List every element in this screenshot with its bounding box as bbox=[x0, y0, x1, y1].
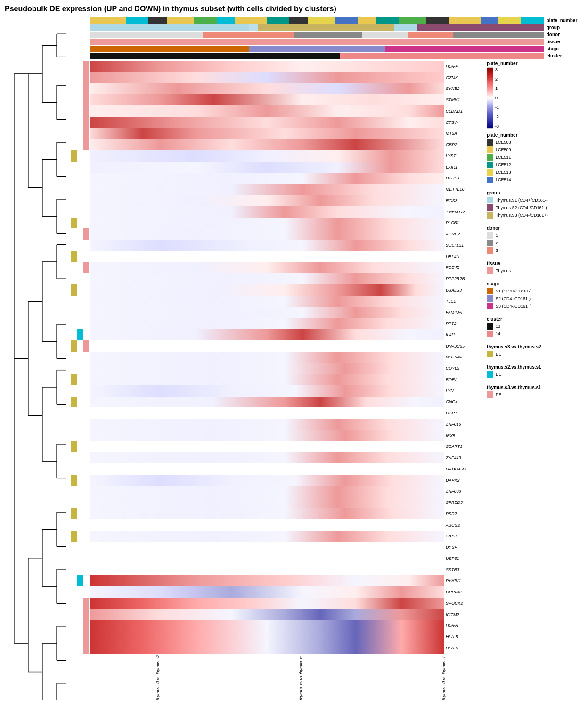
gene-label: PPT2 bbox=[444, 318, 480, 329]
legend-item: LCE511 bbox=[487, 154, 583, 161]
table-row bbox=[90, 139, 444, 150]
table-row bbox=[90, 273, 444, 284]
gene-label: GNG4 bbox=[444, 397, 480, 408]
legend-label: LCE511 bbox=[496, 155, 511, 160]
scale-label: -2 bbox=[495, 114, 499, 119]
table-row bbox=[90, 228, 444, 240]
legend-swatch bbox=[487, 204, 493, 211]
plate-number-legend: plate_number LCE508 LCE509 LCE511 bbox=[487, 132, 583, 184]
legend-swatch bbox=[487, 288, 493, 294]
legend-label: S2 (CD4-/CD161-) bbox=[496, 296, 531, 301]
legend-swatch bbox=[487, 212, 493, 219]
heatmap-rows bbox=[90, 61, 444, 654]
legend-item: LCE508 bbox=[487, 139, 583, 146]
table-row bbox=[90, 642, 444, 654]
gene-label: GZMK bbox=[444, 72, 480, 83]
legend-item: LCE513 bbox=[487, 169, 583, 176]
gene-label: MT2A bbox=[444, 128, 480, 139]
gene-label: ZNF616 bbox=[444, 419, 480, 430]
de-s3s2-legend-title: thymus.s3.vs.thymus.s2 bbox=[487, 344, 583, 349]
gene-label: CDYL2 bbox=[444, 363, 480, 374]
legend-swatch bbox=[487, 139, 493, 146]
gene-label: DTHD1 bbox=[444, 173, 480, 184]
table-row bbox=[90, 631, 444, 642]
gene-label: METTL16 bbox=[444, 184, 480, 195]
gradient-bar bbox=[487, 67, 493, 129]
scale-label: 1 bbox=[495, 86, 499, 91]
table-row bbox=[90, 531, 444, 542]
gene-label: FAM43A bbox=[444, 307, 480, 318]
de-col-s3s2 bbox=[71, 61, 77, 654]
table-row bbox=[90, 463, 444, 475]
table-row bbox=[90, 419, 444, 430]
cluster-label: cluster bbox=[544, 53, 583, 58]
donor-legend: donor 1 2 3 bbox=[487, 226, 583, 255]
legend-label: LCE508 bbox=[496, 140, 511, 145]
table-row bbox=[90, 598, 444, 609]
bottom-x-label: thymus.s3.vs.thymus.s2 bbox=[155, 656, 160, 700]
gene-label: IFITM2 bbox=[444, 609, 480, 620]
gene-label: UBL4A bbox=[444, 251, 480, 262]
scale-label: 3 bbox=[495, 67, 499, 72]
cluster-legend-title: cluster bbox=[487, 316, 583, 322]
legend-swatch bbox=[487, 351, 493, 357]
donor-label: donor bbox=[544, 32, 583, 37]
table-row bbox=[90, 564, 444, 575]
dendrogram-svg: .dendro-line { stroke: black; stroke-wid… bbox=[5, 17, 71, 700]
table-row bbox=[90, 72, 444, 83]
gene-label: DAPK2 bbox=[444, 475, 480, 486]
gene-label: LAIR1 bbox=[444, 162, 480, 173]
scale-label: 0 bbox=[495, 96, 499, 100]
gene-label: LGALS3 bbox=[444, 284, 480, 296]
table-row bbox=[90, 553, 444, 564]
gene-label: ABCG2 bbox=[444, 519, 480, 531]
main-container: Pseudobulk DE expression (UP and DOWN) i… bbox=[0, 0, 588, 705]
table-row bbox=[90, 352, 444, 363]
plate-number-bar-row: plate_number bbox=[90, 17, 583, 24]
gene-label: PDE4B bbox=[444, 262, 480, 274]
gene-label: USP31 bbox=[444, 553, 480, 564]
heatmap-grid bbox=[90, 61, 444, 654]
table-row bbox=[90, 508, 444, 519]
group-bar-row: group bbox=[90, 24, 583, 31]
legend-label: LCE512 bbox=[496, 162, 511, 167]
legend-item: Thymus.S3 (CD4-/CD161+) bbox=[487, 212, 583, 219]
gene-label: RGS3 bbox=[444, 195, 480, 206]
de-s3s1-legend-title: thymus.s3.vs.thymus.s1 bbox=[487, 385, 583, 390]
legend-label: Thymus.S3 (CD4-/CD161+) bbox=[496, 213, 548, 218]
donor-legend-title: donor bbox=[487, 226, 583, 231]
group-legend-title: group bbox=[487, 190, 583, 195]
bottom-label-container: thymus.s2.vs.thymus.s1 bbox=[299, 656, 440, 700]
table-row bbox=[90, 497, 444, 508]
scale-label: 2 bbox=[495, 77, 499, 81]
bottom-dendro-spacer bbox=[71, 656, 137, 700]
table-row bbox=[90, 586, 444, 598]
gene-label: GAPT bbox=[444, 407, 480, 419]
table-row bbox=[90, 609, 444, 620]
de-spacer bbox=[71, 17, 90, 59]
content-area: .dendro-line { stroke: black; stroke-wid… bbox=[5, 17, 583, 700]
legend-item: 3 bbox=[487, 247, 583, 254]
de-s2s1-legend: thymus.s2.vs.thymus.s1 DE bbox=[487, 365, 583, 379]
legend-item: 14 bbox=[487, 331, 583, 337]
legend-item: S2 (CD4-/CD161-) bbox=[487, 295, 583, 302]
gene-label: STMN1 bbox=[444, 94, 480, 105]
plate-number-legend-title: plate_number bbox=[487, 132, 583, 138]
table-row bbox=[90, 284, 444, 296]
legend-swatch bbox=[487, 240, 493, 246]
legend-swatch bbox=[487, 303, 493, 309]
gene-label: HLA-B bbox=[444, 631, 480, 642]
table-row bbox=[90, 407, 444, 419]
legend-item: 13 bbox=[487, 323, 583, 330]
gene-label: PSD2 bbox=[444, 508, 480, 519]
plate-number-label: plate_number bbox=[544, 18, 583, 23]
legend-label: 3 bbox=[496, 248, 498, 253]
legend-swatch bbox=[487, 391, 493, 398]
group-legend: group Thymus.S1 (CD4+/CD161-) Thymus.S2 … bbox=[487, 190, 583, 219]
legend-swatch bbox=[487, 323, 493, 330]
table-row bbox=[90, 329, 444, 340]
legend-item: LCE512 bbox=[487, 162, 583, 168]
legend-item: S3 (CD4-/CD161+) bbox=[487, 303, 583, 309]
legend-item: Thymus.S1 (CD4+/CD161-) bbox=[487, 197, 583, 203]
legend-swatch bbox=[487, 267, 493, 274]
